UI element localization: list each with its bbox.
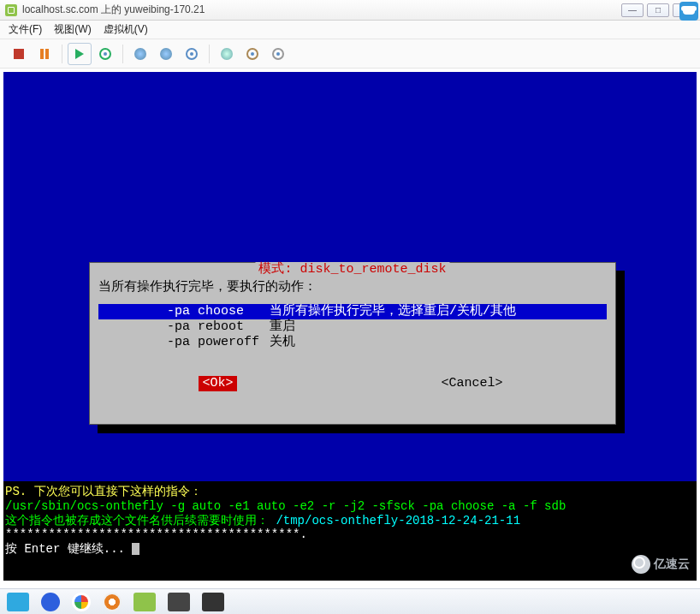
window-title: localhost.sc.com 上的 yuweibing-170.21 [22,3,616,17]
option-cmd: -pa poweroff [167,335,270,350]
option-desc: 当所有操作执行完毕，选择重启/关机/其他 [270,304,516,319]
taskbar [0,588,700,614]
option-cmd: -pa reboot [167,319,270,335]
settings-icon [272,48,284,60]
taskbar-app-2[interactable] [41,593,60,611]
taskbar-vmware[interactable] [133,593,156,611]
terminal-output: PS. 下次您可以直接下这样的指令： /usr/sbin/ocs-onthefl… [3,481,697,581]
settings-button[interactable] [266,43,290,65]
stop-icon [14,49,24,59]
snapshot-icon [134,48,146,60]
taskbar-app-6[interactable] [168,593,190,611]
option-pa-choose[interactable]: -pa choose 当所有操作执行完毕，选择重启/关机/其他 [98,304,607,319]
menubar: 文件(F) 视图(W) 虚拟机(V) [0,21,700,39]
menu-file[interactable]: 文件(F) [9,22,42,37]
devices-icon [246,48,258,60]
taskbar-firefox[interactable] [103,593,122,611]
play-icon [75,49,84,59]
terminal-prompt: 按 Enter 键继续... [5,542,132,556]
toolbar [0,39,700,69]
menu-view[interactable]: 视图(W) [54,22,91,37]
vm-display-container: 模式: disk_to_remote_disk 当所有操作执行完毕，要执行的动作… [0,69,700,584]
toolbar-separator [209,45,210,63]
dialog-title: 模式: disk_to_remote_disk [255,262,449,277]
cursor-icon [132,543,139,555]
terminal-ps-label: PS. [5,485,27,498]
connect-devices-button[interactable] [240,43,264,65]
taskbar-terminal[interactable] [202,593,224,611]
refresh-button[interactable] [93,43,117,65]
taskbar-app-1[interactable] [7,593,29,611]
terminal-command: /usr/sbin/ocs-onthefly -g auto -e1 auto … [5,499,566,513]
snapshot-manage-icon [160,48,172,60]
watermark: 亿速云 [632,555,690,574]
pause-icon [40,49,49,59]
app-icon [5,4,17,16]
stop-button[interactable] [7,43,31,65]
option-cmd: -pa choose [167,304,270,319]
option-pa-poweroff[interactable]: -pa poweroff 关机 [98,335,607,350]
minimize-button[interactable]: — [621,3,644,17]
terminal-stars: ****************************************… [5,528,307,541]
vm-screen[interactable]: 模式: disk_to_remote_disk 当所有操作执行完毕，要执行的动作… [3,72,697,581]
option-desc: 关机 [270,335,295,350]
dialog-prompt: 当所有操作执行完毕，要执行的动作： [98,280,607,295]
toolbar-separator [122,45,123,63]
watermark-icon [632,555,650,574]
snapshot-manage-button[interactable] [154,43,178,65]
maximize-button[interactable]: □ [647,3,669,17]
cancel-button[interactable]: <Cancel> [437,376,506,391]
refresh-icon [99,48,111,60]
option-desc: 重启 [270,319,295,335]
fullscreen-icon [221,48,233,60]
terminal-ps-text: 下次您可以直接下这样的指令： [27,485,201,498]
revert-button[interactable] [180,43,204,65]
menu-vm[interactable]: 虚拟机(V) [104,22,148,37]
snapshot-button[interactable] [128,43,152,65]
pause-button[interactable] [33,43,56,65]
dialog-buttons: <Ok> <Cancel> [98,376,607,391]
watermark-text: 亿速云 [654,557,690,572]
fullscreen-button[interactable] [215,43,239,65]
dialog-options: -pa choose 当所有操作执行完毕，选择重启/关机/其他 -pa rebo… [98,304,607,350]
option-pa-reboot[interactable]: -pa reboot 重启 [98,319,607,335]
mode-dialog: 模式: disk_to_remote_disk 当所有操作执行完毕，要执行的动作… [89,262,616,425]
toolbar-separator [62,45,62,63]
taskbar-chrome[interactable] [72,593,91,611]
revert-icon [186,48,198,60]
play-button[interactable] [68,43,92,65]
terminal-save-text: 这个指令也被存成这个文件名供后续需要时使用： [5,514,269,528]
cloud-badge-icon [679,2,698,21]
terminal-save-path: /tmp/ocs-onthefly-2018-12-24-21-11 [276,514,520,528]
ok-button[interactable]: <Ok> [199,376,236,391]
